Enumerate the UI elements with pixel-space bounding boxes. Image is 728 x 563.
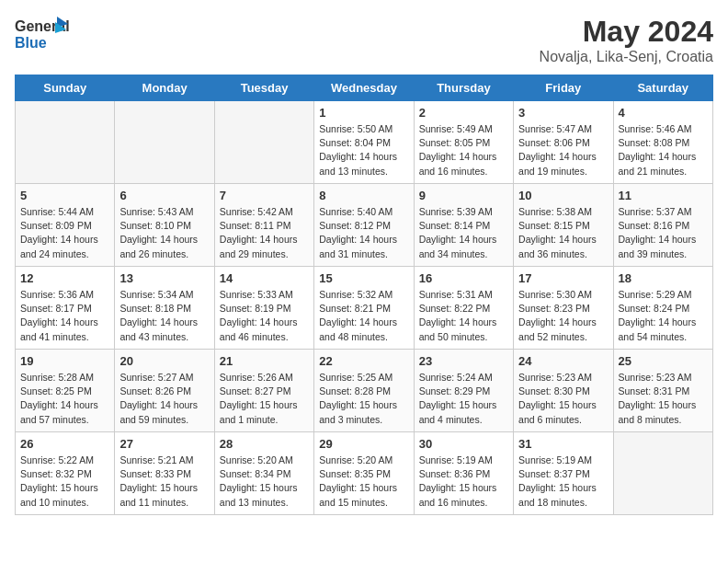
day-number: 19 bbox=[20, 354, 109, 368]
svg-text:Blue: Blue bbox=[15, 35, 47, 51]
calendar-cell: 30Sunrise: 5:19 AM Sunset: 8:36 PM Dayli… bbox=[414, 432, 513, 515]
calendar-cell: 22Sunrise: 5:25 AM Sunset: 8:28 PM Dayli… bbox=[314, 350, 414, 432]
day-number: 14 bbox=[220, 271, 309, 285]
day-info: Sunrise: 5:21 AM Sunset: 8:33 PM Dayligh… bbox=[119, 454, 209, 510]
calendar-cell: 14Sunrise: 5:33 AM Sunset: 8:19 PM Dayli… bbox=[214, 267, 313, 350]
day-info: Sunrise: 5:50 AM Sunset: 8:04 PM Dayligh… bbox=[319, 122, 408, 178]
day-info: Sunrise: 5:28 AM Sunset: 8:25 PM Dayligh… bbox=[20, 371, 109, 427]
logo: GeneralBlue bbox=[15, 15, 70, 53]
day-info: Sunrise: 5:37 AM Sunset: 8:16 PM Dayligh… bbox=[619, 205, 708, 261]
calendar-cell: 20Sunrise: 5:27 AM Sunset: 8:26 PM Dayli… bbox=[115, 350, 214, 432]
day-number: 25 bbox=[619, 354, 708, 368]
calendar-cell: 9Sunrise: 5:39 AM Sunset: 8:14 PM Daylig… bbox=[414, 184, 513, 267]
calendar-cell: 27Sunrise: 5:21 AM Sunset: 8:33 PM Dayli… bbox=[115, 432, 214, 515]
weekday-header-saturday: Saturday bbox=[613, 75, 712, 101]
day-info: Sunrise: 5:39 AM Sunset: 8:14 PM Dayligh… bbox=[419, 205, 508, 261]
title-section: May 2024 Novalja, Lika-Senj, Croatia bbox=[540, 15, 713, 65]
day-info: Sunrise: 5:33 AM Sunset: 8:19 PM Dayligh… bbox=[220, 288, 309, 344]
calendar-cell: 17Sunrise: 5:30 AM Sunset: 8:23 PM Dayli… bbox=[514, 267, 613, 350]
calendar-cell: 11Sunrise: 5:37 AM Sunset: 8:16 PM Dayli… bbox=[613, 184, 712, 267]
day-info: Sunrise: 5:20 AM Sunset: 8:34 PM Dayligh… bbox=[220, 454, 309, 510]
day-info: Sunrise: 5:23 AM Sunset: 8:31 PM Dayligh… bbox=[619, 371, 708, 427]
day-number: 30 bbox=[419, 437, 508, 451]
day-number: 7 bbox=[220, 189, 309, 202]
calendar-cell bbox=[115, 101, 214, 184]
day-number: 31 bbox=[518, 437, 608, 451]
day-info: Sunrise: 5:40 AM Sunset: 8:12 PM Dayligh… bbox=[319, 205, 408, 261]
day-info: Sunrise: 5:31 AM Sunset: 8:22 PM Dayligh… bbox=[419, 288, 508, 344]
day-number: 24 bbox=[518, 354, 608, 368]
day-number: 12 bbox=[20, 271, 109, 285]
calendar-cell: 3Sunrise: 5:47 AM Sunset: 8:06 PM Daylig… bbox=[514, 101, 613, 184]
day-info: Sunrise: 5:49 AM Sunset: 8:05 PM Dayligh… bbox=[419, 122, 508, 178]
calendar-cell: 18Sunrise: 5:29 AM Sunset: 8:24 PM Dayli… bbox=[613, 267, 712, 350]
day-info: Sunrise: 5:34 AM Sunset: 8:18 PM Dayligh… bbox=[119, 288, 209, 344]
calendar-week-3: 12Sunrise: 5:36 AM Sunset: 8:17 PM Dayli… bbox=[16, 267, 713, 350]
calendar-cell: 16Sunrise: 5:31 AM Sunset: 8:22 PM Dayli… bbox=[414, 267, 513, 350]
day-info: Sunrise: 5:29 AM Sunset: 8:24 PM Dayligh… bbox=[619, 288, 708, 344]
day-info: Sunrise: 5:32 AM Sunset: 8:21 PM Dayligh… bbox=[319, 288, 408, 344]
weekday-header-thursday: Thursday bbox=[414, 75, 513, 101]
day-info: Sunrise: 5:30 AM Sunset: 8:23 PM Dayligh… bbox=[518, 288, 608, 344]
day-number: 9 bbox=[419, 189, 508, 202]
day-number: 3 bbox=[518, 106, 608, 120]
page-header: GeneralBlue May 2024 Novalja, Lika-Senj,… bbox=[15, 15, 713, 65]
day-number: 15 bbox=[319, 271, 408, 285]
calendar-table: SundayMondayTuesdayWednesdayThursdayFrid… bbox=[15, 75, 713, 515]
day-number: 22 bbox=[319, 354, 408, 368]
day-info: Sunrise: 5:20 AM Sunset: 8:35 PM Dayligh… bbox=[319, 454, 408, 510]
day-number: 21 bbox=[220, 354, 309, 368]
calendar-cell: 28Sunrise: 5:20 AM Sunset: 8:34 PM Dayli… bbox=[214, 432, 313, 515]
calendar-week-2: 5Sunrise: 5:44 AM Sunset: 8:09 PM Daylig… bbox=[16, 184, 713, 267]
weekday-header-tuesday: Tuesday bbox=[214, 75, 313, 101]
day-info: Sunrise: 5:24 AM Sunset: 8:29 PM Dayligh… bbox=[419, 371, 508, 427]
day-number: 16 bbox=[419, 271, 508, 285]
day-number: 13 bbox=[119, 271, 209, 285]
calendar-cell: 29Sunrise: 5:20 AM Sunset: 8:35 PM Dayli… bbox=[314, 432, 414, 515]
day-info: Sunrise: 5:36 AM Sunset: 8:17 PM Dayligh… bbox=[20, 288, 109, 344]
calendar-cell bbox=[214, 101, 313, 184]
day-info: Sunrise: 5:46 AM Sunset: 8:08 PM Dayligh… bbox=[619, 122, 708, 178]
day-info: Sunrise: 5:42 AM Sunset: 8:11 PM Dayligh… bbox=[220, 205, 309, 261]
location-title: Novalja, Lika-Senj, Croatia bbox=[540, 49, 713, 65]
weekday-header-sunday: Sunday bbox=[16, 75, 115, 101]
calendar-cell: 13Sunrise: 5:34 AM Sunset: 8:18 PM Dayli… bbox=[115, 267, 214, 350]
day-number: 4 bbox=[619, 106, 708, 120]
day-info: Sunrise: 5:38 AM Sunset: 8:15 PM Dayligh… bbox=[518, 205, 608, 261]
day-number: 17 bbox=[518, 271, 608, 285]
calendar-cell: 8Sunrise: 5:40 AM Sunset: 8:12 PM Daylig… bbox=[314, 184, 414, 267]
weekday-header-wednesday: Wednesday bbox=[314, 75, 414, 101]
calendar-cell: 6Sunrise: 5:43 AM Sunset: 8:10 PM Daylig… bbox=[115, 184, 214, 267]
day-number: 5 bbox=[20, 189, 109, 202]
calendar-week-1: 1Sunrise: 5:50 AM Sunset: 8:04 PM Daylig… bbox=[16, 101, 713, 184]
day-number: 8 bbox=[319, 189, 408, 202]
day-info: Sunrise: 5:19 AM Sunset: 8:36 PM Dayligh… bbox=[419, 454, 508, 510]
calendar-cell: 21Sunrise: 5:26 AM Sunset: 8:27 PM Dayli… bbox=[214, 350, 313, 432]
day-number: 27 bbox=[119, 437, 209, 451]
calendar-cell: 2Sunrise: 5:49 AM Sunset: 8:05 PM Daylig… bbox=[414, 101, 513, 184]
day-number: 29 bbox=[319, 437, 408, 451]
day-number: 11 bbox=[619, 189, 708, 202]
day-info: Sunrise: 5:22 AM Sunset: 8:32 PM Dayligh… bbox=[20, 454, 109, 510]
weekday-header-row: SundayMondayTuesdayWednesdayThursdayFrid… bbox=[16, 75, 713, 101]
day-info: Sunrise: 5:19 AM Sunset: 8:37 PM Dayligh… bbox=[518, 454, 608, 510]
calendar-cell bbox=[16, 101, 115, 184]
day-info: Sunrise: 5:44 AM Sunset: 8:09 PM Dayligh… bbox=[20, 205, 109, 261]
day-number: 26 bbox=[20, 437, 109, 451]
day-number: 2 bbox=[419, 106, 508, 120]
calendar-cell: 4Sunrise: 5:46 AM Sunset: 8:08 PM Daylig… bbox=[613, 101, 712, 184]
day-info: Sunrise: 5:43 AM Sunset: 8:10 PM Dayligh… bbox=[119, 205, 209, 261]
calendar-cell: 19Sunrise: 5:28 AM Sunset: 8:25 PM Dayli… bbox=[16, 350, 115, 432]
calendar-cell: 25Sunrise: 5:23 AM Sunset: 8:31 PM Dayli… bbox=[613, 350, 712, 432]
calendar-cell: 31Sunrise: 5:19 AM Sunset: 8:37 PM Dayli… bbox=[514, 432, 613, 515]
calendar-cell: 24Sunrise: 5:23 AM Sunset: 8:30 PM Dayli… bbox=[514, 350, 613, 432]
calendar-cell: 26Sunrise: 5:22 AM Sunset: 8:32 PM Dayli… bbox=[16, 432, 115, 515]
day-number: 23 bbox=[419, 354, 508, 368]
day-info: Sunrise: 5:26 AM Sunset: 8:27 PM Dayligh… bbox=[220, 371, 309, 427]
weekday-header-monday: Monday bbox=[115, 75, 214, 101]
calendar-cell: 12Sunrise: 5:36 AM Sunset: 8:17 PM Dayli… bbox=[16, 267, 115, 350]
calendar-cell: 1Sunrise: 5:50 AM Sunset: 8:04 PM Daylig… bbox=[314, 101, 414, 184]
day-info: Sunrise: 5:25 AM Sunset: 8:28 PM Dayligh… bbox=[319, 371, 408, 427]
calendar-cell: 15Sunrise: 5:32 AM Sunset: 8:21 PM Dayli… bbox=[314, 267, 414, 350]
calendar-cell: 10Sunrise: 5:38 AM Sunset: 8:15 PM Dayli… bbox=[514, 184, 613, 267]
